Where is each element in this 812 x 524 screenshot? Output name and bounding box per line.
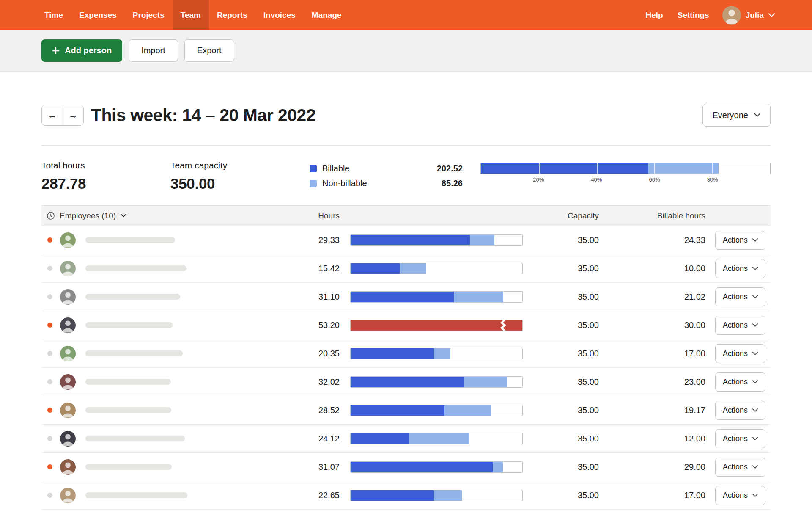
actions-button[interactable]: Actions: [715, 316, 765, 335]
status-dot: [47, 266, 52, 271]
avatar[interactable]: [60, 232, 76, 248]
person-icon: [60, 403, 76, 418]
summary-section: Total hours 287.78 Team capacity 350.00 …: [41, 145, 771, 192]
capacity-value: 35.00: [523, 462, 599, 472]
nonbillable-segment: [454, 292, 503, 302]
chevron-down-icon: [752, 323, 758, 327]
person-icon: [60, 488, 76, 503]
actions-button[interactable]: Actions: [715, 429, 765, 448]
chevron-down-icon: [754, 113, 760, 117]
person-icon: [60, 431, 76, 447]
capacity-tick: [712, 163, 713, 174]
nonbillable-segment: [409, 433, 469, 444]
nav-item-time[interactable]: Time: [36, 0, 71, 30]
actions-button[interactable]: Actions: [715, 486, 765, 505]
name-placeholder[interactable]: [85, 464, 172, 470]
name-placeholder[interactable]: [85, 379, 171, 385]
team-capacity-bar: [480, 163, 771, 174]
everyone-filter-button[interactable]: Everyone: [702, 104, 771, 127]
actions-label: Actions: [723, 378, 748, 386]
name-placeholder[interactable]: [85, 322, 173, 328]
avatar[interactable]: [60, 403, 76, 418]
next-week-button[interactable]: →: [63, 105, 83, 125]
week-pager: ← →: [41, 105, 84, 126]
nav-item-invoices[interactable]: Invoices: [255, 0, 304, 30]
billable-segment: [351, 490, 434, 501]
name-placeholder[interactable]: [85, 436, 185, 441]
name-placeholder[interactable]: [85, 407, 171, 413]
clock-icon: [47, 212, 55, 220]
name-placeholder[interactable]: [85, 350, 183, 356]
nonbillable-segment: [470, 235, 494, 245]
actions-label: Actions: [723, 264, 748, 273]
avatar[interactable]: [60, 317, 76, 333]
nav-item-help[interactable]: Help: [639, 0, 670, 30]
employee-rows: 29.33 35.00 24.33 Actions 15.42: [41, 226, 771, 510]
name-placeholder[interactable]: [85, 492, 187, 498]
nav-item-team[interactable]: Team: [173, 0, 209, 30]
avatar[interactable]: [60, 431, 76, 447]
avatar[interactable]: [60, 261, 76, 276]
chevron-down-icon: [752, 494, 758, 497]
avatar[interactable]: [60, 374, 76, 390]
nav-item-expenses[interactable]: Expenses: [71, 0, 125, 30]
avatar[interactable]: [60, 459, 76, 475]
employees-header-dropdown[interactable]: Employees (10): [41, 211, 289, 221]
import-button[interactable]: Import: [129, 39, 178, 62]
chevron-down-icon: [752, 238, 758, 242]
capacity-value: 35.00: [523, 235, 599, 245]
table-header: Employees (10) Hours Capacity Billable h…: [41, 205, 771, 226]
billable-total-value: 202.52: [437, 164, 463, 174]
chevron-down-icon: [752, 295, 758, 299]
person-icon: [60, 459, 76, 475]
actions-button[interactable]: Actions: [715, 458, 765, 477]
utilization-bar: [350, 320, 523, 331]
name-placeholder[interactable]: [85, 294, 180, 300]
week-title-prefix: This week:: [91, 105, 178, 125]
billable-segment: [351, 433, 409, 444]
nav-item-manage[interactable]: Manage: [304, 0, 350, 30]
export-button[interactable]: Export: [184, 39, 234, 62]
utilization-bar: [350, 461, 523, 473]
team-capacity-label: Team capacity: [170, 160, 310, 171]
actions-label: Actions: [723, 349, 748, 358]
nav-item-projects[interactable]: Projects: [125, 0, 173, 30]
actions-button[interactable]: Actions: [715, 344, 765, 363]
capacity-value: 35.00: [523, 377, 599, 387]
utilization-bar: [350, 376, 523, 388]
overcapacity-segment: [351, 320, 522, 331]
capacity-value: 35.00: [523, 320, 599, 330]
name-placeholder[interactable]: [85, 265, 187, 271]
capacity-tick-label: 40%: [591, 177, 602, 183]
avatar[interactable]: [60, 346, 76, 361]
name-placeholder[interactable]: [85, 237, 175, 243]
nonbillable-segment: [434, 348, 450, 359]
utilization-bar: [350, 490, 523, 501]
total-hours-label: Total hours: [41, 160, 170, 171]
capacity-value: 35.00: [523, 434, 599, 444]
actions-button[interactable]: Actions: [715, 372, 765, 392]
status-dot: [47, 351, 52, 356]
legend-row-non-billable: Non-billable 85.26: [310, 176, 463, 191]
actions-label: Actions: [723, 321, 748, 330]
top-nav: TimeExpensesProjectsTeamReportsInvoicesM…: [0, 0, 812, 30]
billable-value: 24.33: [599, 235, 705, 245]
chevron-down-icon: [752, 437, 758, 441]
user-menu[interactable]: Julia: [716, 6, 775, 25]
add-person-button[interactable]: Add person: [41, 39, 122, 62]
actions-button[interactable]: Actions: [715, 231, 765, 250]
actions-button[interactable]: Actions: [715, 401, 765, 420]
actions-label: Actions: [723, 463, 748, 472]
nonbillable-segment: [434, 490, 462, 501]
table-row: 31.10 35.00 21.02 Actions: [41, 283, 771, 311]
avatar[interactable]: [60, 488, 76, 503]
actions-button[interactable]: Actions: [715, 259, 765, 278]
capacity-value: 35.00: [523, 405, 599, 415]
avatar[interactable]: [60, 289, 76, 305]
nav-item-settings[interactable]: Settings: [670, 0, 716, 30]
hours-value: 29.33: [289, 235, 340, 245]
nav-item-reports[interactable]: Reports: [209, 0, 255, 30]
user-name: Julia: [746, 11, 764, 20]
prev-week-button[interactable]: ←: [42, 105, 63, 125]
actions-button[interactable]: Actions: [715, 287, 765, 306]
